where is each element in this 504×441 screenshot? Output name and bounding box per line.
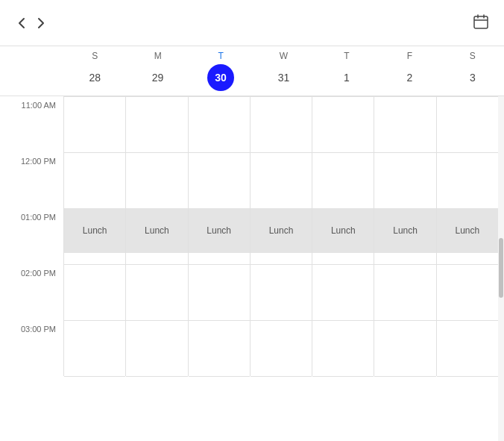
next-button[interactable] <box>31 14 51 32</box>
grid-col-1: Lunch <box>125 96 187 376</box>
lunch-event-5[interactable]: Lunch <box>374 208 435 253</box>
day-header-5[interactable]: F2 <box>378 51 441 96</box>
h-line-5 <box>189 376 250 377</box>
time-label-2: 01:00 PM <box>0 208 63 264</box>
lunch-event-2[interactable]: Lunch <box>189 208 250 253</box>
time-label-0: 11:00 AM <box>0 96 63 152</box>
day-letter: T <box>218 51 223 61</box>
day-letter: T <box>344 51 349 61</box>
grid-col-6: Lunch <box>436 96 498 376</box>
h-line-0 <box>251 96 312 97</box>
h-line-4 <box>64 320 125 321</box>
day-number: 1 <box>333 64 360 91</box>
h-line-4 <box>251 320 312 321</box>
h-line-4 <box>437 320 498 321</box>
lunch-event-1[interactable]: Lunch <box>126 208 187 253</box>
grid-col-5: Lunch <box>374 96 435 376</box>
h-line-4 <box>189 320 250 321</box>
h-line-4 <box>312 320 374 321</box>
time-grid: 11:00 AM12:00 PM01:00 PM02:00 PM03:00 PM… <box>0 96 504 441</box>
h-line-3 <box>64 264 125 265</box>
day-number: 2 <box>396 64 423 91</box>
grid-col-0: Lunch <box>63 96 125 376</box>
h-line-3 <box>126 264 187 265</box>
day-letter: S <box>92 51 98 61</box>
grid-wrapper: LunchLunchLunchLunchLunchLunchLunch <box>63 96 498 441</box>
day-letter: M <box>154 51 162 61</box>
time-label-3: 02:00 PM <box>0 264 63 320</box>
day-number: 29 <box>145 64 171 91</box>
day-header-0[interactable]: S28 <box>63 51 126 96</box>
calendar-header <box>0 0 504 46</box>
day-header-1[interactable]: M29 <box>126 51 189 96</box>
day-letter: W <box>280 51 288 61</box>
h-line-3 <box>312 264 374 265</box>
day-number: 3 <box>459 64 486 91</box>
h-line-3 <box>189 264 250 265</box>
h-line-1 <box>312 152 374 153</box>
h-line-5 <box>126 376 187 377</box>
h-line-5 <box>374 376 435 377</box>
h-line-1 <box>251 152 312 153</box>
day-header-2[interactable]: T30 <box>189 51 252 96</box>
day-number: 31 <box>270 64 297 91</box>
svg-rect-0 <box>474 16 488 28</box>
h-line-0 <box>126 96 187 97</box>
h-line-3 <box>374 264 435 265</box>
day-headers: S28M29T30W31T1F2S3 <box>0 46 504 96</box>
grid-col-2: Lunch <box>188 96 250 376</box>
prev-button[interactable] <box>12 14 31 32</box>
h-line-0 <box>374 96 435 97</box>
calendar-container: S28M29T30W31T1F2S3 11:00 AM12:00 PM01:00… <box>0 0 504 441</box>
h-line-4 <box>374 320 435 321</box>
scrollbar-track[interactable] <box>498 96 504 441</box>
h-line-5 <box>251 376 312 377</box>
h-line-3 <box>251 264 312 265</box>
lunch-event-4[interactable]: Lunch <box>312 208 374 253</box>
h-line-0 <box>64 96 125 97</box>
h-line-5 <box>312 376 374 377</box>
h-line-0 <box>189 96 250 97</box>
inner-grid: LunchLunchLunchLunchLunchLunchLunch <box>63 96 498 376</box>
h-line-0 <box>437 96 498 97</box>
grid-col-4: Lunch <box>312 96 374 376</box>
time-gutter-header <box>0 51 63 96</box>
scrollbar-thumb <box>499 238 503 298</box>
day-letter: F <box>407 51 412 61</box>
h-line-3 <box>437 264 498 265</box>
h-line-1 <box>437 152 498 153</box>
day-header-6[interactable]: S3 <box>441 51 504 96</box>
h-line-1 <box>189 152 250 153</box>
day-header-3[interactable]: W31 <box>252 51 315 96</box>
h-line-5 <box>64 376 125 377</box>
time-label-1: 12:00 PM <box>0 152 63 208</box>
time-label-4: 03:00 PM <box>0 320 63 376</box>
h-line-1 <box>64 152 125 153</box>
day-number: 28 <box>81 64 108 91</box>
time-labels: 11:00 AM12:00 PM01:00 PM02:00 PM03:00 PM <box>0 96 63 441</box>
day-letter: S <box>470 51 476 61</box>
h-line-1 <box>374 152 435 153</box>
h-line-0 <box>312 96 374 97</box>
lunch-event-6[interactable]: Lunch <box>437 208 498 253</box>
h-line-4 <box>126 320 187 321</box>
lunch-event-0[interactable]: Lunch <box>64 208 125 253</box>
day-number: 30 <box>207 64 234 91</box>
calendar-icon-button[interactable] <box>470 10 492 35</box>
h-line-1 <box>126 152 187 153</box>
grid-col-3: Lunch <box>250 96 312 376</box>
lunch-event-3[interactable]: Lunch <box>251 208 312 253</box>
h-line-5 <box>437 376 498 377</box>
day-header-4[interactable]: T1 <box>315 51 378 96</box>
